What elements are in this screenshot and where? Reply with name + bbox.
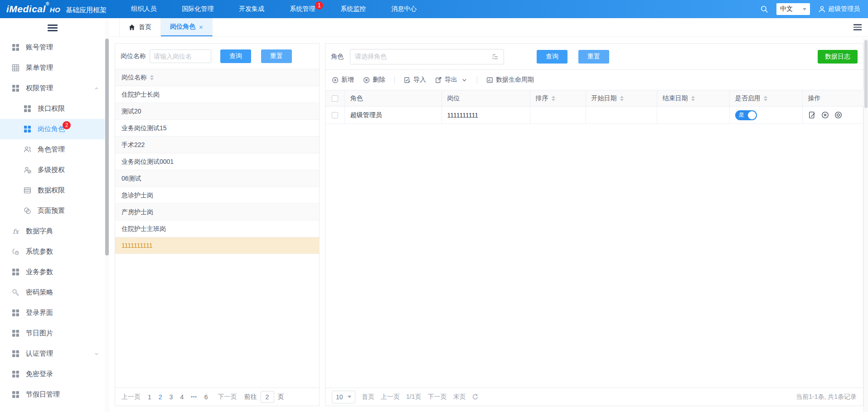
lifecycle-chart-icon <box>486 77 493 83</box>
sort-icon[interactable] <box>691 96 695 101</box>
role-query-button[interactable]: 查询 <box>537 50 567 64</box>
sidebar-item-permission-management[interactable]: 权限管理 <box>0 78 105 98</box>
sidebar-item-business-params[interactable]: 业务参数 <box>0 262 105 282</box>
select-all-checkbox[interactable] <box>332 95 338 102</box>
post-row[interactable]: 06测试 <box>115 170 319 187</box>
role-table-row[interactable]: 超级管理员 1111111111 是 <box>325 107 864 124</box>
user-menu[interactable]: 超级管理员 <box>818 5 860 13</box>
sidebar-item-login-ui[interactable]: 登录界面 <box>0 303 105 323</box>
sidebar-item-account-management[interactable]: 账号管理 <box>0 37 105 58</box>
post-row[interactable]: 手术222 <box>115 137 319 153</box>
nav-item-system-management[interactable]: 系统管理 1 <box>277 0 328 18</box>
page-number-1[interactable]: 1 <box>148 393 151 401</box>
page-number-6[interactable]: 6 <box>204 393 208 401</box>
settings-icon <box>12 248 19 255</box>
toolbar-divider <box>394 76 395 83</box>
nav-item-i18n[interactable]: 国际化管理 <box>169 0 226 18</box>
sidebar-collapse-icon[interactable] <box>48 25 58 31</box>
brand-name: iMedical®HO <box>6 4 60 15</box>
post-reset-button[interactable]: 重置 <box>261 49 292 63</box>
next-page-button[interactable]: 下一页 <box>427 393 446 401</box>
page-size-select[interactable]: 10 <box>332 391 355 403</box>
role-reset-button[interactable]: 重置 <box>578 50 609 64</box>
window-scrollbar[interactable] <box>863 38 868 412</box>
post-list-panel: 岗位名称 查询 重置 岗位名称 住院护士长岗 测试20 业务岗位测试15 手术2… <box>115 43 320 406</box>
export-button[interactable]: 导出 <box>435 76 468 84</box>
sidebar-item-multi-level-auth[interactable]: 多级授权 <box>0 160 105 180</box>
page-ellipsis[interactable]: ••• <box>191 394 197 399</box>
post-name-input[interactable] <box>150 49 211 63</box>
data-table-icon <box>24 186 31 194</box>
page-number-2-active[interactable]: 2 <box>159 393 162 401</box>
post-column-header[interactable]: 岗位名称 <box>115 69 319 86</box>
role-select[interactable]: 请选择角色 <box>350 49 504 64</box>
sidebar-item-passwordless-login[interactable]: 免密登录 <box>0 364 105 384</box>
sidebar: 账号管理 菜单管理 权限管理 接口权限 岗位角色 2 角色管理 多级授权 数据权… <box>0 18 105 412</box>
post-pagination: 上一页 1 2 3 4 ••• 6 下一页 前往 页 <box>115 387 319 406</box>
tab-overflow-menu-icon[interactable] <box>853 24 862 30</box>
post-row[interactable]: 产房护士岗 <box>115 204 319 221</box>
sidebar-item-password-policy[interactable]: 密码策略 <box>0 282 105 303</box>
tree-list-icon <box>492 53 499 60</box>
post-row[interactable]: 测试20 <box>115 103 319 120</box>
post-query-button[interactable]: 查询 <box>220 49 251 63</box>
post-row[interactable]: 业务岗位测试0001 <box>115 153 319 170</box>
nav-item-dev-integration[interactable]: 开发集成 <box>226 0 277 18</box>
sidebar-item-post-role[interactable]: 岗位角色 2 <box>0 119 105 139</box>
post-row[interactable]: 急诊护士岗 <box>115 187 319 204</box>
post-row[interactable]: 住院护士主班岗 <box>115 221 319 237</box>
sort-icon[interactable] <box>552 96 555 101</box>
sidebar-item-data-dictionary[interactable]: fx 数据字典 <box>0 221 105 241</box>
view-icon[interactable] <box>834 111 842 119</box>
nav-item-system-monitor[interactable]: 系统监控 <box>328 0 378 18</box>
last-page-button[interactable]: 末页 <box>453 393 466 401</box>
sidebar-item-menu-management[interactable]: 菜单管理 <box>0 58 105 78</box>
sidebar-scrollbar-thumb[interactable] <box>105 39 109 255</box>
sidebar-item-data-permission[interactable]: 数据权限 <box>0 180 105 201</box>
sort-icon[interactable] <box>150 75 154 80</box>
page-goto-input[interactable] <box>261 391 274 403</box>
export-icon <box>435 77 442 83</box>
sidebar-item-page-preset[interactable]: 页面预置 <box>0 201 105 221</box>
data-lifecycle-button[interactable]: 数据生命周期 <box>486 76 534 84</box>
data-log-button[interactable]: 数据日志 <box>818 50 858 64</box>
close-icon[interactable]: × <box>199 23 203 31</box>
row-checkbox[interactable] <box>332 112 338 118</box>
system-management-badge: 1 <box>315 1 323 10</box>
next-page-button[interactable]: 下一页 <box>218 393 237 401</box>
grid-icon <box>12 44 19 51</box>
sidebar-item-interface-permission[interactable]: 接口权限 <box>0 98 105 119</box>
prev-page-button[interactable]: 上一页 <box>121 393 141 401</box>
first-page-button[interactable]: 首页 <box>362 393 374 401</box>
sort-icon[interactable] <box>620 96 624 101</box>
disable-icon[interactable] <box>821 111 829 119</box>
page-number-3[interactable]: 3 <box>170 393 173 401</box>
grid-icon <box>12 370 19 378</box>
prev-page-button[interactable]: 上一页 <box>381 393 400 401</box>
refresh-icon[interactable] <box>472 393 479 400</box>
sidebar-item-auth-management[interactable]: 认证管理 <box>0 343 105 364</box>
tab-bar: 首页 岗位角色 × <box>109 18 868 36</box>
nav-item-message-center[interactable]: 消息中心 <box>378 0 429 18</box>
search-icon[interactable] <box>760 5 768 13</box>
tab-home[interactable]: 首页 <box>119 18 161 36</box>
sidebar-item-role-management[interactable]: 角色管理 <box>0 139 105 160</box>
post-row[interactable]: 业务岗位测试15 <box>115 120 319 137</box>
sidebar-item-holiday-images[interactable]: 节日图片 <box>0 323 105 343</box>
add-button[interactable]: 新增 <box>332 76 354 84</box>
post-row[interactable]: 住院护士长岗 <box>115 86 319 103</box>
sidebar-item-system-params[interactable]: 系统参数 <box>0 241 105 262</box>
sort-icon[interactable] <box>764 96 767 101</box>
import-button[interactable]: 导入 <box>404 76 426 84</box>
sidebar-item-holiday-management[interactable]: 节假日管理 <box>0 384 105 405</box>
page-number-4[interactable]: 4 <box>180 393 184 401</box>
window-scrollbar-thumb[interactable] <box>864 40 868 108</box>
tab-post-role[interactable]: 岗位角色 × <box>161 18 213 36</box>
nav-item-organization[interactable]: 组织人员 <box>118 0 169 18</box>
delete-button[interactable]: 删除 <box>363 76 385 84</box>
post-row-selected[interactable]: 1111111111 <box>115 237 319 254</box>
language-select[interactable]: 中文 <box>776 3 810 15</box>
enabled-toggle[interactable]: 是 <box>735 110 757 120</box>
sidebar-scrollbar[interactable] <box>105 18 109 412</box>
edit-icon[interactable] <box>808 111 816 119</box>
